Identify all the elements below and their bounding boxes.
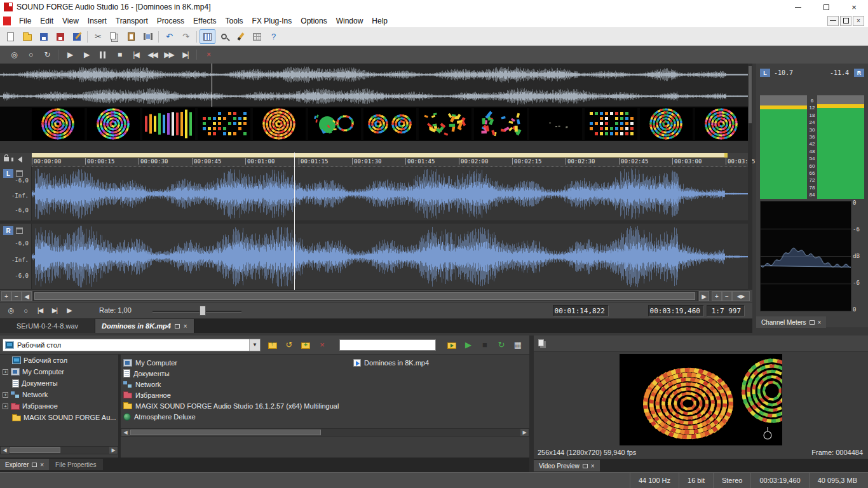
- expand-icon[interactable]: +: [3, 392, 8, 398]
- float-icon[interactable]: [175, 324, 180, 329]
- tree-horizontal-scrollbar[interactable]: ◀ ▶: [0, 446, 118, 454]
- vertical-scrollbar[interactable]: [748, 64, 752, 290]
- total-length-display[interactable]: 00:03:19,460: [648, 305, 704, 316]
- waveform-left-canvas[interactable]: [32, 167, 750, 220]
- close-icon[interactable]: ×: [184, 323, 187, 330]
- save-button[interactable]: [36, 29, 51, 44]
- overview-cursor[interactable]: [212, 64, 212, 107]
- video-thumbnail[interactable]: [87, 108, 140, 140]
- tree-item[interactable]: +My Computer: [0, 366, 118, 377]
- pencil-tool-button[interactable]: [233, 29, 248, 44]
- files-horizontal-scrollbar[interactable]: ◀ ▶: [121, 428, 529, 437]
- menu-options[interactable]: Options: [296, 15, 331, 27]
- speaker-icon[interactable]: [18, 156, 22, 163]
- menu-fxplugins[interactable]: FX Plug-Ins: [248, 15, 297, 27]
- video-thumbnail[interactable]: [253, 108, 306, 140]
- video-thumbnail[interactable]: [363, 108, 416, 140]
- close-icon[interactable]: ×: [40, 461, 44, 468]
- list-item[interactable]: Atmosphere Deluxe: [123, 411, 339, 422]
- paste-button[interactable]: [123, 29, 139, 44]
- zoom-selection-button[interactable]: ◀▶: [732, 291, 750, 301]
- new-file-button[interactable]: [3, 29, 18, 44]
- fast-forward-button[interactable]: ▶▶: [161, 48, 176, 62]
- expand-icon[interactable]: +: [3, 369, 8, 375]
- dropdown-button[interactable]: ▼: [249, 339, 260, 351]
- list-item[interactable]: MAGIX SOUND FORGE Audio Studio 16.1.2.57…: [123, 400, 339, 411]
- list-item[interactable]: Документы: [123, 368, 339, 379]
- play-button[interactable]: ▶: [79, 48, 93, 62]
- zoom-out-vertical-button[interactable]: −: [11, 291, 22, 301]
- menu-window[interactable]: Window: [332, 15, 368, 27]
- expand-icon[interactable]: +: [3, 403, 8, 409]
- render-as-button[interactable]: [69, 29, 85, 44]
- channel-minimize-icon[interactable]: [16, 170, 23, 177]
- video-thumbnail[interactable]: [529, 108, 582, 140]
- channel-right-button[interactable]: R: [3, 226, 13, 235]
- float-icon[interactable]: [583, 464, 588, 468]
- close-icon[interactable]: ×: [591, 463, 595, 470]
- preview-play-button[interactable]: ▶: [461, 338, 476, 352]
- vertical-scrollbar-thumb[interactable]: [749, 66, 752, 123]
- overview-waveform-right[interactable]: [0, 86, 752, 107]
- scroll-left-button[interactable]: ◀: [22, 291, 32, 301]
- tree-item[interactable]: Документы: [0, 377, 118, 389]
- list-item[interactable]: My Computer: [123, 357, 339, 368]
- scrollbar-thumb[interactable]: [10, 447, 60, 453]
- playhead-cursor[interactable]: [294, 152, 295, 290]
- tree-item[interactable]: Рабочий стол: [0, 355, 118, 366]
- copy-button[interactable]: [107, 29, 123, 44]
- document-tab[interactable]: Dominoes in 8K.mp4×: [95, 319, 194, 333]
- zoom-in-vertical-button[interactable]: +: [1, 291, 11, 301]
- video-thumbnail[interactable]: [308, 108, 361, 140]
- mdi-minimize-button[interactable]: [827, 16, 839, 26]
- menu-help[interactable]: Help: [367, 15, 392, 27]
- cut-button[interactable]: ✂: [90, 29, 106, 44]
- redo-button[interactable]: ↷: [178, 29, 194, 44]
- overview-waveform-left[interactable]: [0, 64, 752, 85]
- channel-minimize-icon[interactable]: [16, 227, 23, 234]
- paste-special-button[interactable]: [200, 29, 215, 44]
- channel-meters-tab[interactable]: Channel Meters ×: [756, 316, 826, 328]
- snap-grid-button[interactable]: [249, 29, 265, 44]
- mdi-restore-button[interactable]: [840, 16, 851, 26]
- play-button[interactable]: ▶: [62, 304, 76, 317]
- list-item[interactable]: Dominoes in 8K.mp4: [353, 357, 429, 368]
- go-to-end-button[interactable]: ▶|: [178, 48, 193, 62]
- rewind-button[interactable]: ◀◀: [145, 48, 159, 62]
- extract-audio-button[interactable]: [444, 338, 459, 352]
- video-thumbnail[interactable]: [640, 108, 693, 140]
- go-to-start-button[interactable]: |◀: [33, 304, 46, 317]
- lock-icon[interactable]: [4, 157, 9, 161]
- menu-insert[interactable]: Insert: [83, 15, 111, 27]
- scroll-right-button[interactable]: ▶: [699, 291, 709, 301]
- menu-tools[interactable]: Tools: [221, 15, 248, 27]
- video-thumbnail[interactable]: [142, 108, 195, 140]
- scroll-right-button[interactable]: ▶: [520, 429, 529, 436]
- current-position-display[interactable]: 00:01:14,822: [553, 305, 609, 316]
- tree-item[interactable]: +Network: [0, 389, 118, 400]
- go-to-start-button[interactable]: |◀: [128, 48, 143, 62]
- scroll-left-button[interactable]: ◀: [121, 429, 130, 436]
- scroll-right-button[interactable]: ▶: [109, 447, 118, 454]
- stop-button[interactable]: ■: [112, 48, 126, 62]
- record-remote-button[interactable]: ◎: [6, 48, 21, 62]
- mdi-close-button[interactable]: ×: [853, 16, 864, 26]
- zoom-ratio-display[interactable]: 1:7 997: [707, 305, 745, 316]
- channel-left-button[interactable]: L: [3, 169, 13, 178]
- video-thumbnail[interactable]: [32, 108, 85, 140]
- float-icon[interactable]: [32, 463, 37, 467]
- video-thumbnail[interactable]: [198, 108, 250, 140]
- help-pointer-button[interactable]: ?: [266, 29, 281, 44]
- video-thumbnail[interactable]: [419, 108, 471, 140]
- explorer-tab[interactable]: Explorer×: [0, 459, 49, 470]
- zoom-out-button[interactable]: −: [722, 291, 732, 301]
- view-mode-button[interactable]: ▦: [510, 338, 526, 352]
- close-icon[interactable]: ×: [818, 319, 822, 326]
- folder-up-button[interactable]: [265, 338, 280, 352]
- horizontal-scrollbar[interactable]: [33, 291, 698, 301]
- video-thumbnail[interactable]: [695, 108, 748, 140]
- add-to-favorites-button[interactable]: [298, 338, 313, 352]
- menu-process[interactable]: Process: [153, 15, 189, 27]
- video-preview-tab[interactable]: Video Preview ×: [534, 460, 600, 471]
- cancel-marker-button[interactable]: ×: [201, 48, 215, 62]
